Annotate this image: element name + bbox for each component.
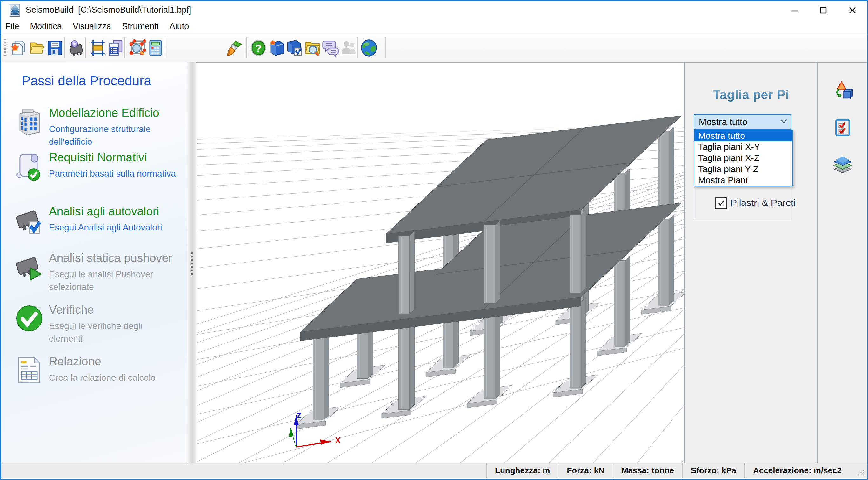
toolbar-grip[interactable] xyxy=(4,39,6,57)
app-icon xyxy=(9,4,21,17)
building-icon xyxy=(13,106,45,137)
maximize-button[interactable] xyxy=(813,3,833,18)
step-title[interactable]: Analisi statica pushover xyxy=(49,251,173,265)
toolbar-separator xyxy=(85,37,86,58)
minimize-button[interactable] xyxy=(784,3,805,18)
save-project-icon[interactable] xyxy=(46,39,64,57)
sidebar-heading: Passi della Procedura xyxy=(22,73,151,89)
shapes-3d-view-icon[interactable] xyxy=(832,80,853,101)
title-bar: SeismoBuild [C:\SeismoBuild\Tutorial1.bp… xyxy=(1,1,867,19)
step-subtitle[interactable]: Esegui Analisi agli Autovalori xyxy=(49,221,176,234)
dropdown-value: Mostra tutto xyxy=(694,117,777,127)
chip-play-icon xyxy=(13,251,45,283)
calculator-icon[interactable] xyxy=(146,39,165,57)
dropdown-option[interactable]: Taglia piani Y-Z xyxy=(694,163,792,174)
model-viewer-icon[interactable] xyxy=(127,39,146,57)
processor-run-icon[interactable] xyxy=(67,39,85,57)
toolbar-separator xyxy=(165,37,165,58)
menu-visualizza[interactable]: Visualizza xyxy=(73,20,118,33)
resize-grip-icon[interactable] xyxy=(850,463,867,478)
storey-cut-dropdown-list: Mostra tutto Taglia piani X-Y Taglia pia… xyxy=(694,130,793,186)
step-title[interactable]: Relazione xyxy=(49,355,101,368)
step-title[interactable]: Analisi agli autovalori xyxy=(49,205,159,218)
menu-strumenti[interactable]: Strumenti xyxy=(122,20,166,33)
status-acceleration-unit: Accelerazione: m/sec2 xyxy=(744,463,850,478)
manual-book-icon[interactable] xyxy=(268,39,286,57)
checkbox-pilastri-pareti[interactable]: Pilastri & Pareti xyxy=(715,197,796,209)
toolbar-separator xyxy=(385,37,386,58)
status-mass-unit: Massa: tonne xyxy=(613,463,682,478)
procedure-sidebar: Passi della Procedura Modellazione Edifi… xyxy=(2,62,187,466)
step-title[interactable]: Requisiti Normativi xyxy=(49,151,147,164)
splitter-grip-icon xyxy=(191,252,193,276)
building-3d-scene xyxy=(196,63,684,464)
status-bar: Lunghezza: m Forza: kN Massa: tonne Sfor… xyxy=(1,463,867,478)
menu-file[interactable]: File xyxy=(5,20,26,33)
main-toolbar: ? xyxy=(1,34,867,62)
forum-chat-icon[interactable] xyxy=(321,39,340,57)
verify-book-icon[interactable] xyxy=(285,39,304,57)
report-page-icon xyxy=(13,354,45,386)
chevron-down-icon xyxy=(777,118,791,126)
status-force-unit: Forza: kN xyxy=(558,463,613,478)
window-title: SeismoBuild [C:\SeismoBuild\Tutorial1.bp… xyxy=(26,5,191,15)
dropdown-option[interactable]: Mostra Piani xyxy=(694,174,792,186)
menu-bar: File Modifica Visualizza Strumenti Aiuto xyxy=(1,19,867,34)
help-icon[interactable]: ? xyxy=(249,39,268,57)
app-window: SeismoBuild [C:\SeismoBuild\Tutorial1.bp… xyxy=(0,0,868,480)
dropdown-option[interactable]: Taglia piani X-Y xyxy=(694,141,792,152)
svg-text:?: ? xyxy=(255,42,261,54)
website-globe-icon[interactable] xyxy=(360,39,378,57)
toolbar-separator xyxy=(64,37,65,58)
cut-panel-title: Taglia per Pi xyxy=(685,87,817,102)
menu-aiuto[interactable]: Aiuto xyxy=(169,20,196,33)
pilastri-label: Pilastri & Pareti xyxy=(731,197,796,208)
step-title[interactable]: Modellazione Edificio xyxy=(49,106,159,120)
search-folder-icon[interactable] xyxy=(303,39,321,57)
chip-check-icon xyxy=(13,204,45,236)
open-project-icon[interactable] xyxy=(28,39,46,57)
check-circle-icon xyxy=(13,302,45,334)
dropdown-option[interactable]: Taglia piani X-Z xyxy=(694,152,792,163)
new-project-icon[interactable] xyxy=(9,39,28,57)
toolbar-separator xyxy=(124,37,125,58)
cut-panel: Taglia per Pi Travi Pilastri & Pareti Mo… xyxy=(684,62,817,465)
x-axis-label: X xyxy=(335,436,341,445)
menu-modifica[interactable]: Modifica xyxy=(30,20,69,33)
frame-section-icon[interactable] xyxy=(89,39,107,57)
step-subtitle[interactable]: Configurazione strutturale dell'edificio xyxy=(49,123,176,148)
step-subtitle[interactable]: Crea la relazione di calcolo xyxy=(49,372,176,384)
dropdown-option[interactable]: Mostra tutto xyxy=(694,130,792,141)
step-subtitle[interactable]: Esegui le analisi Pushover selezionate xyxy=(49,268,176,293)
verifications-checklist-icon[interactable] xyxy=(832,117,853,138)
panel-splitter[interactable] xyxy=(187,62,196,465)
status-length-unit: Lunghezza: m xyxy=(486,463,558,478)
status-stress-unit: Sforzo: kPa xyxy=(682,463,744,478)
toolbar-separator xyxy=(357,37,358,58)
report-document-icon[interactable] xyxy=(106,39,125,57)
support-people-icon xyxy=(339,39,358,57)
close-button[interactable] xyxy=(842,3,863,18)
z-axis-label: Z xyxy=(297,411,301,420)
model-viewport[interactable]: X Z xyxy=(196,62,684,464)
storey-cut-dropdown[interactable]: Mostra tutto xyxy=(694,114,792,130)
step-title[interactable]: Verifiche xyxy=(49,303,94,317)
step-subtitle[interactable]: Parametri basati sulla normativa xyxy=(49,167,176,180)
step-subtitle[interactable]: Esegui le verifiche degli elementi xyxy=(49,320,176,345)
storeys-layers-icon[interactable] xyxy=(832,154,853,175)
toolbar-separator xyxy=(246,37,247,58)
appearance-brush-icon[interactable] xyxy=(225,39,244,57)
pilastri-checkbox[interactable] xyxy=(715,197,727,209)
scroll-check-icon xyxy=(13,150,45,182)
view-tools-strip xyxy=(817,62,867,465)
